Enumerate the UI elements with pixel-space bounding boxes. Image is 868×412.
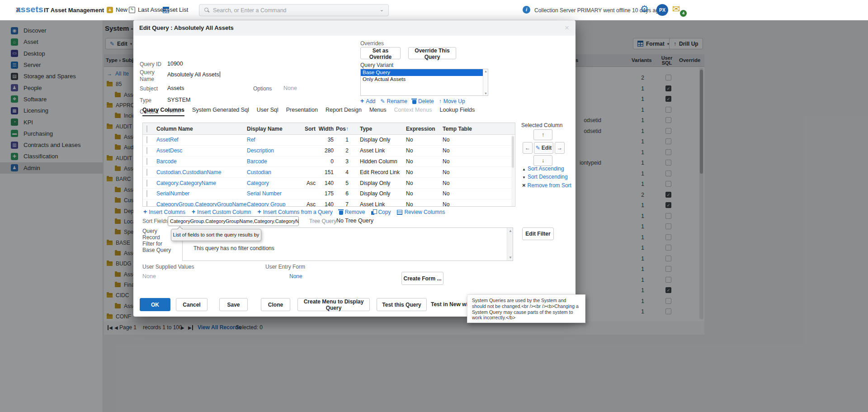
insert-columns-from-a-query-link[interactable]: Insert Columns from a Query bbox=[257, 209, 332, 215]
listbox-scrollbar[interactable]: ▲▼ bbox=[483, 69, 488, 95]
expression-cell: No bbox=[406, 180, 436, 186]
row-checkbox[interactable] bbox=[146, 190, 147, 197]
close-icon[interactable]: × bbox=[565, 24, 569, 33]
new-button[interactable]: + New bbox=[107, 6, 127, 13]
rename-link[interactable]: Rename bbox=[381, 98, 407, 104]
variant-option-base-query[interactable]: Base Query bbox=[361, 69, 483, 76]
insert-columns-link[interactable]: Insert Columns bbox=[143, 209, 185, 215]
header-sort[interactable]: Sort bbox=[301, 126, 316, 132]
button-create-menu-to-display-query[interactable]: Create Menu to Display Query bbox=[297, 298, 370, 311]
review-columns-link[interactable]: Review Columns bbox=[397, 209, 445, 215]
move-up-link[interactable]: Move Up bbox=[439, 98, 465, 104]
display-name-link[interactable]: Category bbox=[247, 180, 301, 186]
tab-bar: Query ColumnsSystem Generated SqlUser Sq… bbox=[142, 107, 475, 116]
row-checkbox[interactable] bbox=[146, 147, 147, 154]
variant-option-only-actual-assets[interactable]: Only Actual Assets bbox=[361, 76, 483, 83]
edit-filter-button[interactable]: Edit Filter bbox=[522, 227, 554, 240]
move-column-up-button[interactable]: ↑ bbox=[533, 129, 552, 140]
user-entry-form-link[interactable]: None bbox=[289, 273, 302, 279]
tab-menus[interactable]: Menus bbox=[369, 107, 387, 116]
header-display-name[interactable]: Display Name bbox=[247, 126, 301, 132]
column-name-link[interactable]: Barcode bbox=[156, 158, 247, 165]
avatar[interactable]: PX bbox=[656, 4, 668, 16]
sort-descending-link[interactable]: Sort Descending bbox=[522, 174, 571, 180]
type-cell: Asset Link bbox=[349, 201, 406, 207]
tab-presentation[interactable]: Presentation bbox=[286, 107, 318, 116]
row-checkbox[interactable] bbox=[146, 158, 147, 165]
display-name-link[interactable]: Category Group bbox=[247, 201, 301, 207]
column-name-link[interactable]: AssetDesc bbox=[156, 147, 247, 154]
display-name-link[interactable]: Serial Number bbox=[247, 190, 301, 197]
grid-scrollbar[interactable] bbox=[511, 135, 514, 206]
row-checkbox[interactable] bbox=[146, 201, 147, 207]
chevron-down-icon[interactable]: ⌄ bbox=[380, 7, 384, 13]
scroll-up-icon[interactable]: ▲ bbox=[484, 70, 487, 73]
display-name-link[interactable]: Custodian bbox=[247, 169, 301, 175]
header-width[interactable]: Width bbox=[316, 126, 334, 132]
header-expression[interactable]: Expression bbox=[406, 126, 436, 132]
copy-link[interactable]: Copy bbox=[371, 209, 391, 215]
tab-query-columns[interactable]: Query Columns bbox=[142, 107, 184, 116]
set-as-override-button[interactable]: Set as Override bbox=[360, 47, 401, 59]
scroll-down-icon[interactable]: ▼ bbox=[509, 256, 512, 260]
tab-context-menus[interactable]: Context Menus bbox=[394, 107, 432, 116]
scroll-up-icon[interactable]: ▲ bbox=[509, 229, 512, 233]
sort-ascending-link[interactable]: Sort Ascending bbox=[522, 166, 571, 172]
filter-scrollbar[interactable]: ▲▼ bbox=[507, 228, 513, 260]
button-cancel[interactable]: Cancel bbox=[176, 298, 208, 311]
move-column-left-button[interactable]: ← bbox=[523, 142, 533, 154]
column-name-link[interactable]: AssetRef bbox=[156, 137, 247, 143]
header-pos[interactable]: Pos↑ bbox=[334, 126, 349, 132]
query-name-input[interactable]: Absolutely All Assets bbox=[167, 71, 220, 78]
remove-from-sort-link[interactable]: Remove from Sort bbox=[522, 182, 571, 189]
last-asset-label: Last Asset bbox=[138, 6, 165, 13]
sort-fields-input[interactable]: CategoryGroup.CategoryGroupName,Category… bbox=[168, 216, 299, 226]
column-name-link[interactable]: CategoryGroup.CategoryGroupName bbox=[156, 201, 247, 207]
query-id-value: 10900 bbox=[167, 61, 183, 67]
column-name-link[interactable]: Category.CategoryName bbox=[156, 180, 247, 186]
type-cell: Asset Link bbox=[349, 147, 406, 154]
button-ok[interactable]: OK bbox=[140, 298, 170, 311]
insert-custom-column-link[interactable]: Insert Custom Column bbox=[192, 209, 251, 215]
move-column-right-button[interactable]: → bbox=[555, 142, 565, 154]
type-cell: Display Only bbox=[349, 190, 406, 197]
header-column-name[interactable]: Column Name bbox=[156, 126, 247, 132]
add-link[interactable]: Add bbox=[360, 98, 376, 104]
column-name-link[interactable]: SerialNumber bbox=[156, 190, 247, 197]
scroll-down-icon[interactable]: ▼ bbox=[484, 92, 487, 95]
button-save[interactable]: Save bbox=[219, 298, 248, 311]
button-clone[interactable]: Clone bbox=[261, 298, 290, 311]
delete-link[interactable]: Delete bbox=[412, 98, 434, 104]
row-checkbox[interactable] bbox=[146, 180, 147, 187]
tab-lookup-fields[interactable]: Lookup Fields bbox=[439, 107, 475, 116]
pos-cell: 3 bbox=[334, 158, 349, 165]
override-this-query-button[interactable]: Override This Query bbox=[408, 47, 456, 59]
move-column-down-button[interactable]: ↓ bbox=[533, 155, 552, 166]
tab-system-generated-sql[interactable]: System Generated Sql bbox=[192, 107, 249, 116]
tab-user-sql[interactable]: User Sql bbox=[257, 107, 278, 116]
sort-fields-tooltip: List of fields to sort the query results… bbox=[171, 229, 261, 241]
display-name-link[interactable]: Ref bbox=[247, 137, 301, 143]
type-label: Type bbox=[140, 97, 151, 104]
display-name-link[interactable]: Description bbox=[247, 147, 301, 154]
info-icon[interactable]: i bbox=[523, 6, 530, 14]
plus-icon bbox=[360, 98, 364, 104]
mail-icon[interactable]: ✉ bbox=[672, 4, 680, 14]
grid-scrollbar-thumb[interactable] bbox=[512, 136, 514, 168]
search-input[interactable]: Search, or Enter a Command ⌄ bbox=[199, 4, 389, 16]
select-all-checkbox[interactable] bbox=[146, 125, 147, 133]
create-form-button[interactable]: Create Form ... bbox=[401, 272, 443, 285]
header-temp-table[interactable]: Temp Table bbox=[436, 126, 515, 132]
gear-icon[interactable]: ⚙ bbox=[640, 4, 649, 14]
remove-link[interactable]: Remove bbox=[339, 209, 365, 215]
row-checkbox[interactable] bbox=[146, 169, 147, 176]
column-name-link[interactable]: Custodian.CustodianName bbox=[156, 169, 247, 175]
asset-list-button[interactable]: Asset List bbox=[163, 6, 188, 13]
last-asset-button[interactable]: ✎ Last Asset bbox=[129, 6, 165, 13]
tab-report-design[interactable]: Report Design bbox=[326, 107, 362, 116]
button-test-this-query[interactable]: Test this Query bbox=[377, 298, 427, 311]
display-name-link[interactable]: Barcode bbox=[247, 158, 301, 165]
edit-column-button[interactable]: Edit bbox=[534, 142, 553, 154]
header-type[interactable]: Type bbox=[349, 126, 406, 132]
row-checkbox[interactable] bbox=[146, 136, 147, 143]
